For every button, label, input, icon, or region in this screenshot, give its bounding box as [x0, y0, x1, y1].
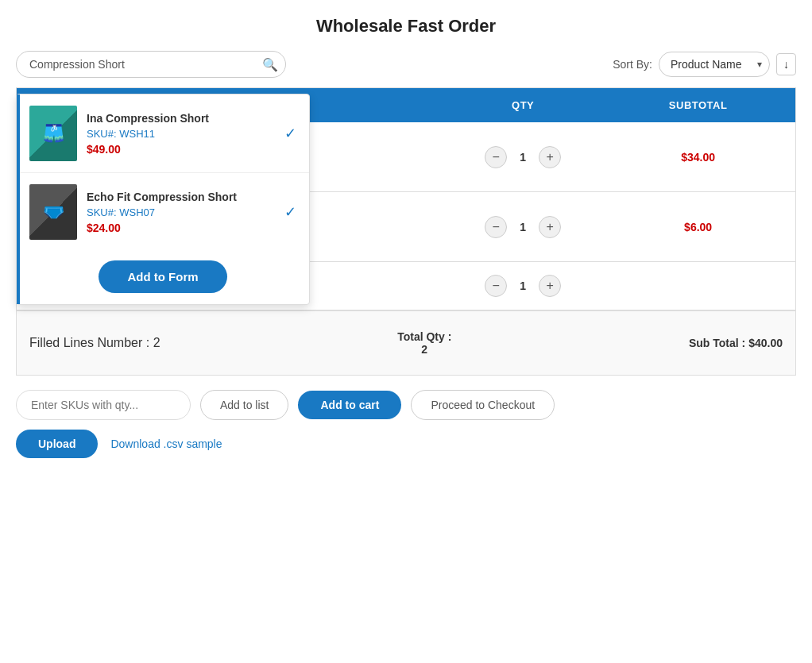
sort-bar: Sort By: Product Name Price SKU ↓: [613, 52, 796, 77]
summary-content: Filled Lines Number : 2 Total Qty : 2 Su…: [29, 324, 783, 362]
search-wrapper: Compression Short 🔍: [16, 51, 286, 78]
product-image-2: 🩲: [29, 184, 77, 240]
sub-total-label: Sub Total :: [689, 337, 745, 349]
product-info-2: Echo Fit Compression Short SKU#: WSH07 $…: [87, 191, 275, 234]
sku-input[interactable]: [16, 390, 191, 420]
product-image-1: 🩳: [29, 106, 77, 161]
qty-control-2: − +: [458, 216, 588, 238]
sort-select-wrapper: Product Name Price SKU: [659, 52, 770, 77]
summary-row: Filled Lines Number : 2 Total Qty : 2 Su…: [17, 310, 796, 376]
product-name-1: Ina Compression Short: [87, 112, 275, 125]
qty-increase-search[interactable]: +: [539, 275, 561, 297]
dropdown-left-bar: [17, 94, 20, 304]
product-sku-2: SKU#: WSH07: [87, 206, 275, 218]
sort-label: Sort By:: [613, 58, 652, 71]
filled-lines-label: Filled Lines Number :: [29, 336, 149, 349]
product-sku-1: SKU#: WSH11: [87, 128, 275, 140]
search-icon-button[interactable]: 🔍: [262, 57, 278, 72]
qty-cell-2: − +: [445, 192, 601, 262]
sub-total-value: $40.00: [748, 337, 783, 349]
product-price-1: $49.00: [87, 143, 275, 156]
qty-control-1: − +: [458, 146, 588, 168]
dropdown-item-1[interactable]: 🩳 Ina Compression Short SKU#: WSH11 $49.…: [17, 94, 309, 173]
total-qty: Total Qty : 2: [397, 330, 451, 356]
filled-lines: Filled Lines Number : 2: [29, 336, 160, 350]
upload-button[interactable]: Upload: [16, 430, 98, 458]
product-info-1: Ina Compression Short SKU#: WSH11 $49.00: [87, 112, 275, 156]
product-name-2: Echo Fit Compression Short: [87, 191, 275, 203]
qty-decrease-search[interactable]: −: [485, 275, 507, 297]
add-to-form-button[interactable]: Add to Form: [99, 260, 226, 293]
qty-decrease-2[interactable]: −: [485, 216, 507, 238]
col-header-qty: QTY: [445, 88, 601, 123]
subtotal-cell-2: $6.00: [601, 192, 795, 262]
qty-increase-1[interactable]: +: [539, 146, 561, 168]
sku-value-2: WSH07: [119, 206, 155, 218]
filled-lines-value: 2: [153, 336, 160, 349]
bottom-bar: Add to list Add to cart Proceed to Check…: [0, 376, 812, 430]
csv-download-link[interactable]: Download .csv sample: [110, 438, 222, 450]
subtotal-cell-1: $34.00: [601, 122, 795, 192]
add-to-cart-button[interactable]: Add to cart: [298, 391, 401, 419]
col-header-subtotal: SUBTOTAL: [601, 88, 795, 123]
product-dropdown: 🩳 Ina Compression Short SKU#: WSH11 $49.…: [16, 94, 310, 305]
sub-total: Sub Total : $40.00: [689, 337, 783, 349]
search-qty-cell: − +: [445, 262, 601, 311]
sku-label-1: SKU#:: [87, 128, 117, 140]
sort-direction-button[interactable]: ↓: [776, 53, 796, 75]
qty-input-search[interactable]: [507, 279, 539, 292]
proceed-to-checkout-button[interactable]: Proceed to Checkout: [411, 390, 555, 420]
qty-decrease-1[interactable]: −: [485, 146, 507, 168]
add-to-list-button[interactable]: Add to list: [200, 390, 288, 420]
qty-cell-1: − +: [445, 122, 601, 192]
product-price-2: $24.00: [87, 222, 275, 234]
sku-value-1: WSH11: [119, 128, 155, 140]
search-input[interactable]: Compression Short: [16, 51, 286, 78]
total-qty-value: 2: [421, 343, 427, 356]
qty-control-search: − +: [458, 275, 588, 297]
search-subtotal-cell: [601, 262, 795, 311]
total-qty-label: Total Qty :: [397, 330, 451, 343]
check-icon-1: ✓: [284, 125, 296, 142]
sort-select[interactable]: Product Name Price SKU: [659, 52, 770, 77]
top-bar: Compression Short 🔍 Sort By: Product Nam…: [0, 51, 812, 87]
page-title: Wholesale Fast Order: [0, 0, 812, 51]
qty-input-1[interactable]: [507, 151, 539, 164]
sku-label-2: SKU#:: [87, 206, 117, 218]
dropdown-item-2[interactable]: 🩲 Echo Fit Compression Short SKU#: WSH07…: [17, 173, 309, 251]
upload-row: Upload Download .csv sample: [0, 430, 812, 474]
qty-input-2[interactable]: [507, 221, 539, 233]
qty-increase-2[interactable]: +: [539, 216, 561, 238]
check-icon-2: ✓: [284, 203, 296, 221]
summary-cell: Filled Lines Number : 2 Total Qty : 2 Su…: [17, 310, 796, 376]
